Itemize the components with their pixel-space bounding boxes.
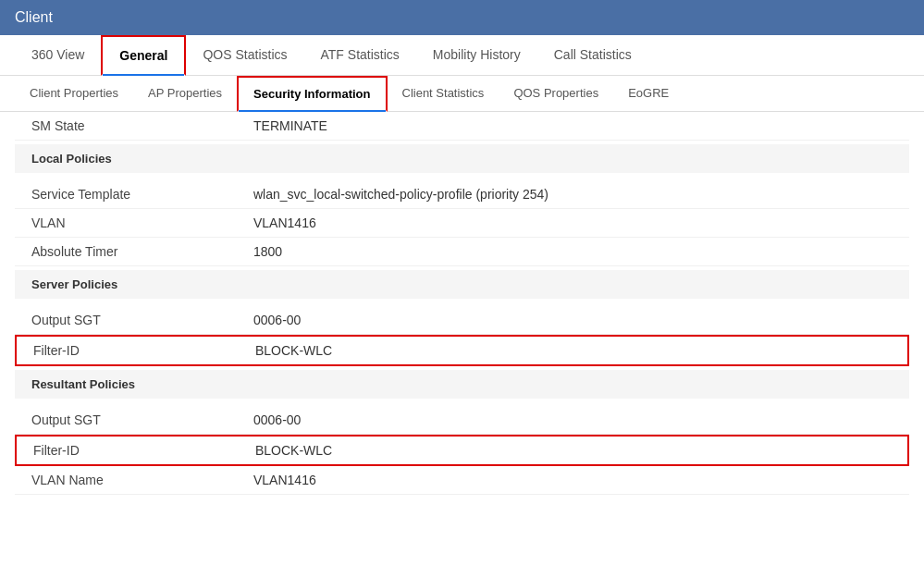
resultant-policies-header: Resultant Policies (15, 370, 909, 399)
filter-id-row-1: Filter-ID BLOCK-WLC (15, 335, 909, 366)
output-sgt-label-2: Output SGT (22, 412, 253, 427)
app-header: Client (0, 0, 924, 35)
filter-id-value-1: BLOCK-WLC (255, 343, 900, 358)
service-template-row: Service Template wlan_svc_local-switched… (15, 180, 909, 209)
service-template-value: wlan_svc_local-switched-policy-profile (… (253, 187, 902, 202)
filter-id-label-1: Filter-ID (24, 343, 255, 358)
sm-state-label: SM State (22, 118, 253, 133)
tab-mobility-history[interactable]: Mobility History (416, 36, 537, 75)
output-sgt-value-1: 0006-00 (253, 313, 902, 327)
vlan-name-row: VLAN Name VLAN1416 (15, 466, 909, 495)
filter-id-row-2: Filter-ID BLOCK-WLC (15, 435, 909, 466)
service-template-label: Service Template (22, 187, 253, 202)
vlan-name-value: VLAN1416 (253, 473, 902, 487)
filter-id-value-2: BLOCK-WLC (255, 443, 900, 458)
tab-qos-statistics[interactable]: QOS Statistics (186, 36, 303, 75)
output-sgt-row-2: Output SGT 0006-00 (15, 406, 909, 435)
tab-360view[interactable]: 360 View (15, 36, 101, 75)
vlan-name-label: VLAN Name (22, 473, 253, 487)
subtab-security-information[interactable]: Security Information (237, 76, 387, 112)
output-sgt-value-2: 0006-00 (253, 412, 902, 427)
subtab-ap-properties[interactable]: AP Properties (133, 77, 237, 111)
content-area: SM State TERMINATE Local Policies Servic… (0, 112, 924, 510)
absolute-timer-row: Absolute Timer 1800 (15, 238, 909, 266)
absolute-timer-label: Absolute Timer (22, 244, 253, 259)
sm-state-value: TERMINATE (253, 118, 902, 133)
top-nav: 360 View General QOS Statistics ATF Stat… (0, 35, 924, 76)
local-policies-header: Local Policies (15, 144, 909, 173)
tab-atf-statistics[interactable]: ATF Statistics (304, 36, 416, 75)
filter-id-label-2: Filter-ID (24, 443, 255, 458)
subtab-client-properties[interactable]: Client Properties (15, 77, 133, 111)
tab-call-statistics[interactable]: Call Statistics (537, 36, 648, 75)
subtab-qos-properties[interactable]: QOS Properties (499, 77, 613, 111)
absolute-timer-value: 1800 (253, 244, 902, 259)
app-title: Client (15, 9, 53, 25)
subtab-client-statistics[interactable]: Client Statistics (388, 77, 499, 111)
sm-state-row: SM State TERMINATE (15, 112, 909, 141)
sub-nav: Client Properties AP Properties Security… (0, 76, 924, 112)
server-policies-header: Server Policies (15, 270, 909, 299)
tab-general[interactable]: General (101, 35, 186, 76)
output-sgt-label-1: Output SGT (22, 313, 253, 327)
subtab-eogre[interactable]: EoGRE (613, 77, 684, 111)
output-sgt-row-1: Output SGT 0006-00 (15, 306, 909, 335)
vlan-label: VLAN (22, 215, 253, 230)
vlan-row: VLAN VLAN1416 (15, 209, 909, 238)
vlan-value: VLAN1416 (253, 215, 902, 230)
